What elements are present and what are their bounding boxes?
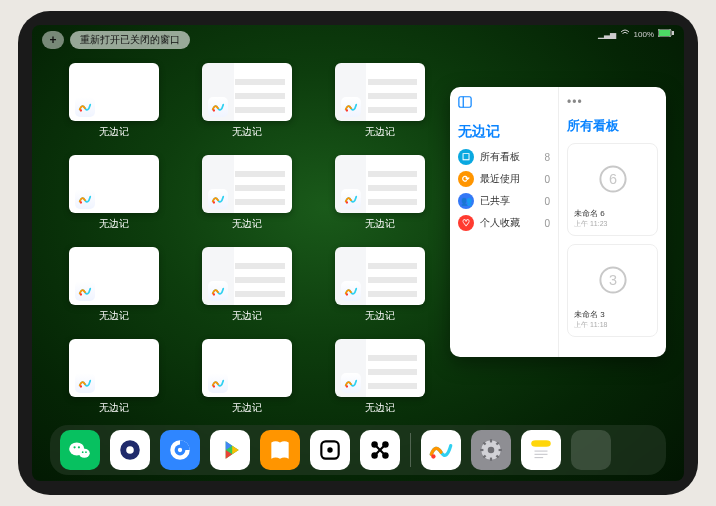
svg-point-37 <box>327 447 332 452</box>
svg-point-25 <box>82 451 84 453</box>
connect-dock-icon[interactable] <box>360 430 400 470</box>
svg-line-52 <box>496 455 498 457</box>
freeform-app-icon <box>75 373 95 393</box>
reopen-closed-window-button[interactable]: 重新打开已关闭的窗口 <box>70 31 190 49</box>
sidebar-icon <box>458 95 472 113</box>
books-dock-icon[interactable] <box>260 430 300 470</box>
category-label: 个人收藏 <box>480 216 538 230</box>
dock-recent <box>421 430 611 470</box>
window-label: 无边记 <box>365 125 395 139</box>
freeform-dock-icon[interactable] <box>421 430 461 470</box>
board-subtitle: 上午 11:18 <box>574 320 651 330</box>
window-label: 无边记 <box>232 401 262 415</box>
ipad-frame: ▁▃▅ 100% + 重新打开已关闭的窗口 无边记 无边记 无边记 <box>18 11 698 495</box>
category-item[interactable]: ☐ 所有看板 8 <box>458 149 550 165</box>
freeform-app-icon <box>75 189 95 209</box>
window-thumbnail[interactable]: 无边记 <box>327 247 432 323</box>
svg-point-23 <box>74 446 76 448</box>
board-card[interactable]: 3 未命名 3 上午 11:18 <box>567 244 658 337</box>
quark-dock-icon[interactable] <box>110 430 150 470</box>
svg-point-13 <box>213 385 215 387</box>
category-count: 8 <box>544 152 550 163</box>
svg-point-26 <box>85 451 87 453</box>
category-item[interactable]: ⟳ 最近使用 0 <box>458 171 550 187</box>
svg-point-12 <box>80 385 82 387</box>
window-thumbnail[interactable]: 无边记 <box>327 155 432 231</box>
category-item[interactable]: ♡ 个人收藏 0 <box>458 215 550 231</box>
category-icon: ⟳ <box>458 171 474 187</box>
window-label: 无边记 <box>232 309 262 323</box>
settings-dock-icon[interactable] <box>471 430 511 470</box>
svg-point-10 <box>213 293 215 295</box>
freeform-app-icon <box>341 281 361 301</box>
window-label: 无边记 <box>365 217 395 231</box>
reopen-label: 重新打开已关闭的窗口 <box>80 33 180 47</box>
window-label: 无边记 <box>99 217 129 231</box>
category-icon: 👥 <box>458 193 474 209</box>
svg-point-9 <box>80 293 82 295</box>
window-thumbnail[interactable]: 无边记 <box>195 339 300 415</box>
dock-separator <box>410 433 411 467</box>
dice-dock-icon[interactable] <box>310 430 350 470</box>
apps-quad-dock-icon[interactable] <box>571 430 611 470</box>
board-title: 未命名 3 <box>574 309 651 320</box>
category-label: 所有看板 <box>480 150 538 164</box>
window-thumbnail[interactable]: 无边记 <box>62 247 167 323</box>
window-thumbnail[interactable]: 无边记 <box>195 63 300 139</box>
signal-icon: ▁▃▅ <box>598 30 616 39</box>
qq-browser-dock-icon[interactable] <box>160 430 200 470</box>
window-thumbnail[interactable]: 无边记 <box>195 247 300 323</box>
status-bar: ▁▃▅ 100% <box>598 29 674 39</box>
window-thumbnail[interactable]: 无边记 <box>327 339 432 415</box>
window-label: 无边记 <box>99 309 129 323</box>
window-thumbnail[interactable]: 无边记 <box>62 63 167 139</box>
more-icon[interactable]: ••• <box>567 95 583 109</box>
window-label: 无边记 <box>99 125 129 139</box>
new-window-button[interactable]: + <box>42 31 64 49</box>
boards-title: 所有看板 <box>567 117 658 135</box>
freeform-app-icon <box>75 281 95 301</box>
board-card[interactable]: 6 未命名 6 上午 11:23 <box>567 143 658 236</box>
dock-main <box>60 430 400 470</box>
svg-rect-56 <box>531 440 551 447</box>
topbar: + 重新打开已关闭的窗口 <box>42 31 190 49</box>
wechat-dock-icon[interactable] <box>60 430 100 470</box>
window-label: 无边记 <box>99 401 129 415</box>
window-label: 无边记 <box>365 309 395 323</box>
svg-marker-35 <box>232 446 239 455</box>
wifi-icon <box>620 29 630 39</box>
svg-line-51 <box>483 442 485 444</box>
svg-point-8 <box>345 201 347 203</box>
window-thumbnail[interactable]: 无边记 <box>327 63 432 139</box>
svg-point-46 <box>488 447 495 454</box>
board-list: 6 未命名 6 上午 11:23 3 未命名 3 上午 11:18 <box>567 143 658 337</box>
svg-point-5 <box>345 109 347 111</box>
freeform-app-icon <box>208 373 228 393</box>
freeform-app-icon <box>208 97 228 117</box>
category-count: 0 <box>544 196 550 207</box>
category-label: 已共享 <box>480 194 538 208</box>
panel-sidebar: 无边记 ☐ 所有看板 8 ⟳ 最近使用 0 👥 已共享 0 ♡ 个人收藏 0 <box>450 87 558 357</box>
svg-text:3: 3 <box>608 272 616 288</box>
window-label: 无边记 <box>232 125 262 139</box>
svg-text:6: 6 <box>608 171 616 187</box>
svg-point-7 <box>213 201 215 203</box>
window-thumbnail[interactable]: 无边记 <box>62 339 167 415</box>
window-thumbnail[interactable]: 无边记 <box>195 155 300 231</box>
svg-point-4 <box>213 109 215 111</box>
board-subtitle: 上午 11:23 <box>574 219 651 229</box>
category-item[interactable]: 👥 已共享 0 <box>458 193 550 209</box>
category-icon: ♡ <box>458 215 474 231</box>
category-icon: ☐ <box>458 149 474 165</box>
category-count: 0 <box>544 218 550 229</box>
board-title: 未命名 6 <box>574 208 651 219</box>
freeform-app-icon <box>341 97 361 117</box>
play-dock-icon[interactable] <box>210 430 250 470</box>
svg-point-14 <box>345 385 347 387</box>
window-grid: 无边记 无边记 无边记 无边记 无边记 无边记 无边记 无边记 <box>62 63 432 415</box>
window-thumbnail[interactable]: 无边记 <box>62 155 167 231</box>
window-label: 无边记 <box>365 401 395 415</box>
svg-point-24 <box>78 446 80 448</box>
notes-dock-icon[interactable] <box>521 430 561 470</box>
board-preview: 6 <box>574 150 651 208</box>
